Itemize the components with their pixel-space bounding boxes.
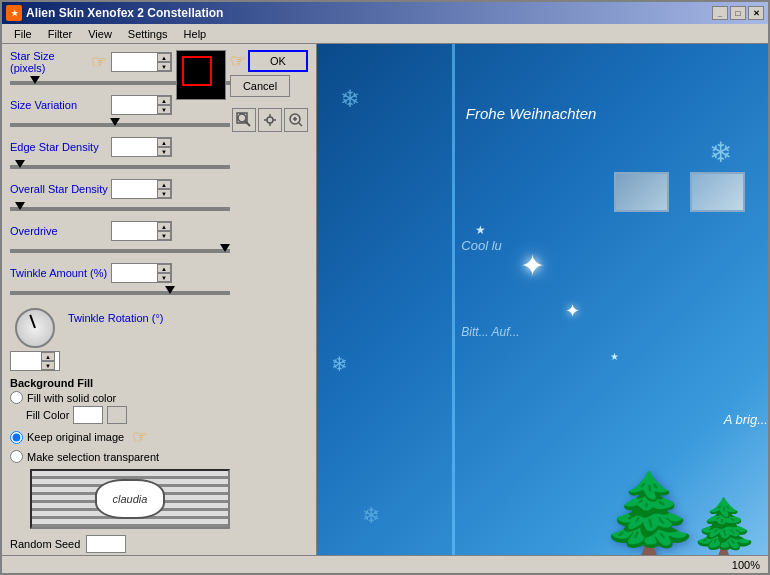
twinkle-amount-spinbox[interactable]: 75 ▲ ▼ — [111, 263, 172, 283]
size-variation-slider-row — [10, 118, 172, 132]
snowflake-1: ❄ — [340, 85, 360, 113]
star-size-spinbox[interactable]: 4.00 ▲ ▼ — [111, 52, 172, 72]
twinkle-rotation-up[interactable]: ▲ — [41, 352, 55, 361]
star-size-slider-row — [10, 76, 172, 90]
overall-star-density-down[interactable]: ▼ — [157, 189, 171, 198]
random-seed-row: Random Seed 1 — [10, 535, 308, 553]
star-size-slider-thumb[interactable] — [30, 76, 40, 84]
twinkle-amount-input[interactable]: 75 — [112, 264, 157, 282]
ok-row: ☞ OK — [230, 50, 308, 72]
right-panel: ❄ ❄ ❄ ❄ ✦ ✦ ★ ★ Frohe Weihnachten Cool l… — [317, 44, 768, 555]
svg-line-7 — [299, 123, 302, 126]
twinkle-rotation-label-area: Twinkle Rotation (°) — [68, 308, 164, 324]
twinkle-rotation-spinbox[interactable]: 45 ▲ ▼ — [10, 351, 60, 371]
overdrive-input[interactable]: 100 — [112, 222, 157, 240]
zoom-level: 100% — [732, 559, 760, 571]
twinkle-amount-down[interactable]: ▼ — [157, 273, 171, 282]
overall-density-slider-thumb[interactable] — [15, 202, 25, 210]
overdrive-up[interactable]: ▲ — [157, 222, 171, 231]
fill-color-swatch[interactable] — [73, 406, 103, 424]
twinkle-rotation-dial[interactable] — [15, 308, 55, 348]
menu-filter[interactable]: Filter — [40, 26, 80, 42]
snowflake-4: ❄ — [362, 503, 380, 529]
overdrive-label: Overdrive — [10, 225, 111, 237]
random-seed-label: Random Seed — [10, 538, 80, 550]
snowflake-3: ❄ — [331, 352, 348, 376]
overall-star-density-input[interactable]: 1 — [112, 180, 157, 198]
make-selection-radio[interactable] — [10, 450, 23, 463]
thumbnail-1-content — [692, 174, 743, 210]
size-variation-spinner: ▲ ▼ — [157, 96, 171, 114]
star-size-up[interactable]: ▲ — [157, 53, 171, 62]
ok-button[interactable]: OK — [248, 50, 308, 72]
thumbnail-2-content — [616, 174, 667, 210]
twinkle-amount-spinner: ▲ ▼ — [157, 264, 171, 282]
star-size-down[interactable]: ▼ — [157, 62, 171, 71]
fill-color-row: Fill Color — [26, 406, 308, 424]
zoom-fit-button[interactable] — [232, 108, 256, 132]
twinkle-amount-slider-row — [10, 286, 172, 300]
thumbnail-1 — [690, 172, 745, 212]
edge-star-density-label: Edge Star Density — [10, 141, 111, 153]
size-variation-label: Size Variation — [10, 99, 111, 111]
hand-pointer-keep-original: ☞ — [132, 426, 148, 448]
random-seed-input[interactable]: 1 — [86, 535, 126, 553]
edge-star-density-up[interactable]: ▲ — [157, 138, 171, 147]
frohe-weihnachten-text: Frohe Weihnachten — [466, 105, 597, 122]
edge-star-density-spinbox[interactable]: 1 ▲ ▼ — [111, 137, 172, 157]
size-variation-input[interactable]: 60 — [112, 96, 157, 114]
overall-star-density-up[interactable]: ▲ — [157, 180, 171, 189]
size-variation-down[interactable]: ▼ — [157, 105, 171, 114]
background-fill-section: Background Fill Fill with solid color Fi… — [10, 377, 308, 463]
overdrive-down[interactable]: ▼ — [157, 231, 171, 240]
overdrive-slider-row — [10, 244, 172, 258]
main-window: ★ Alien Skin Xenofex 2 Constellation _ □… — [0, 0, 770, 575]
menu-file[interactable]: File — [6, 26, 40, 42]
fill-solid-radio[interactable] — [10, 391, 23, 404]
preview-image: ❄ ❄ ❄ ❄ ✦ ✦ ★ ★ Frohe Weihnachten Cool l… — [317, 44, 768, 555]
menu-settings[interactable]: Settings — [120, 26, 176, 42]
edge-star-density-down[interactable]: ▼ — [157, 147, 171, 156]
overall-star-density-spinner: ▲ ▼ — [157, 180, 171, 198]
overdrive-slider-thumb[interactable] — [220, 244, 230, 252]
twinkle-amount-slider-track — [10, 291, 230, 295]
pan-button[interactable] — [258, 108, 282, 132]
snowflake-2: ❄ — [709, 136, 732, 169]
twinkle-rotation-input[interactable]: 45 — [11, 352, 41, 370]
minimize-button[interactable]: _ — [712, 6, 728, 20]
twinkle-rotation-down[interactable]: ▼ — [41, 361, 55, 370]
stamp-area: claudia — [30, 469, 230, 529]
close-button[interactable]: ✕ — [748, 6, 764, 20]
twinkle-amount-up[interactable]: ▲ — [157, 264, 171, 273]
preview-thumbnail — [176, 50, 226, 100]
twinkle-amount-slider-thumb[interactable] — [165, 286, 175, 294]
keep-original-radio[interactable] — [10, 431, 23, 444]
preview-ok-area: ☞ OK Cancel — [176, 50, 308, 132]
menu-help[interactable]: Help — [176, 26, 215, 42]
twinkle-amount-row: Twinkle Amount (%) 75 ▲ ▼ — [10, 262, 172, 284]
menu-view[interactable]: View — [80, 26, 120, 42]
snow-tree-large: 🌲 — [600, 475, 700, 555]
zoom-in-button[interactable] — [284, 108, 308, 132]
overall-star-density-spinbox[interactable]: 1 ▲ ▼ — [111, 179, 172, 199]
twinkle-rotation-spinner: ▲ ▼ — [41, 352, 55, 370]
size-variation-up[interactable]: ▲ — [157, 96, 171, 105]
overdrive-row: Overdrive 100 ▲ ▼ — [10, 220, 172, 242]
star-size-input[interactable]: 4.00 — [112, 53, 157, 71]
svg-point-3 — [267, 117, 273, 123]
size-variation-spinbox[interactable]: 60 ▲ ▼ — [111, 95, 172, 115]
snow-tree-small: 🌲 — [690, 500, 759, 555]
edge-star-density-input[interactable]: 1 — [112, 138, 157, 156]
edge-density-slider-thumb[interactable] — [15, 160, 25, 168]
hand-pointer-star-size: ☞ — [91, 51, 107, 73]
overdrive-spinbox[interactable]: 100 ▲ ▼ — [111, 221, 172, 241]
cancel-button[interactable]: Cancel — [230, 75, 290, 97]
size-variation-slider-thumb[interactable] — [110, 118, 120, 126]
overall-star-density-row: Overall Star Density 1 ▲ ▼ — [10, 178, 172, 200]
maximize-button[interactable]: □ — [730, 6, 746, 20]
star-sparkle-2: ✦ — [565, 300, 580, 322]
edge-density-slider-track — [10, 165, 230, 169]
fill-color-swatch-alt[interactable] — [107, 406, 127, 424]
twinkle-rotation-label: Twinkle Rotation (°) — [68, 312, 164, 324]
preview-selection — [182, 56, 212, 86]
